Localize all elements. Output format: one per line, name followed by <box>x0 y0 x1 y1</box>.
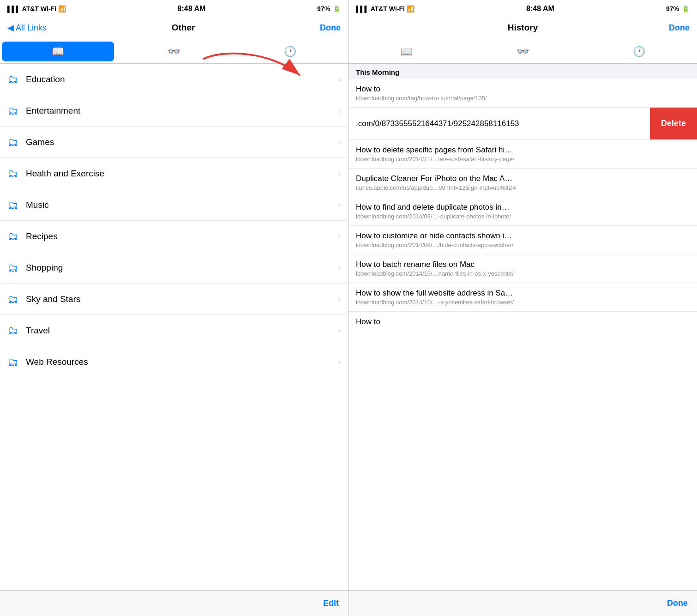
left-tab-history[interactable]: 🕐 <box>234 42 346 61</box>
right-reading-list-icon: 👓 <box>517 46 529 58</box>
history-item[interactable]: How to customize or hide contacts shown … <box>348 226 697 254</box>
left-status-left: ▌▌▌ AT&T Wi-Fi 📶 <box>7 5 66 12</box>
folder-icon: 🗂 <box>7 356 18 368</box>
folder-icon: 🗂 <box>7 293 18 306</box>
right-tab-reading-list[interactable]: 👓 <box>467 42 579 61</box>
right-tab-bar: 📖 👓 🕐 <box>348 40 697 64</box>
right-carrier: AT&T Wi-Fi <box>371 5 405 12</box>
chevron-icon: › <box>338 138 341 146</box>
left-tab-bar: 📖 👓 🕐 <box>0 40 348 64</box>
history-item[interactable]: How to delete specific pages from Safari… <box>348 140 697 169</box>
right-status-right: 97% 🔋 <box>666 5 690 12</box>
right-history-icon: 🕐 <box>633 46 645 58</box>
right-status-bar: ▌▌▌ AT&T Wi-Fi 📶 8:48 AM 97% 🔋 <box>348 0 697 17</box>
list-item[interactable]: 🗂 Health and Exercise › <box>0 158 348 189</box>
chevron-icon: › <box>338 232 341 241</box>
chevron-icon: › <box>338 326 341 335</box>
right-nav-title: History <box>508 23 538 33</box>
left-back-button[interactable]: ◀ All Links <box>7 23 47 33</box>
left-list: 🗂 Education › 🗂 Entertainment › 🗂 Games … <box>0 64 348 590</box>
right-tab-history[interactable]: 🕐 <box>583 42 695 61</box>
right-battery-pct: 97% <box>666 5 679 12</box>
right-nav-bar: History Done <box>348 17 697 40</box>
right-tab-bookmarks[interactable]: 📖 <box>350 42 463 61</box>
folder-icon: 🗂 <box>7 167 18 180</box>
folder-icon: 🗂 <box>7 73 18 86</box>
left-wifi-icon: 📶 <box>58 5 66 12</box>
folder-icon: 🗂 <box>7 230 18 243</box>
folder-icon: 🗂 <box>7 104 18 117</box>
folder-icon: 🗂 <box>7 261 18 274</box>
history-item[interactable]: Duplicate Cleaner For iPhoto on the Mac … <box>348 169 697 197</box>
left-carrier: AT&T Wi-Fi <box>22 5 56 12</box>
list-item[interactable]: 🗂 Travel › <box>0 315 348 346</box>
left-history-icon: 🕐 <box>284 46 296 58</box>
left-status-right: 97% 🔋 <box>317 5 341 12</box>
left-panel: ▌▌▌ AT&T Wi-Fi 📶 8:48 AM 97% 🔋 ◀ All Lin… <box>0 0 348 616</box>
right-signal-icon: ▌▌▌ <box>356 6 369 12</box>
delete-button[interactable]: Delete <box>650 108 697 139</box>
history-item[interactable]: How to find and delete duplicate photos … <box>348 197 697 226</box>
left-signal-icon: ▌▌▌ <box>7 6 20 12</box>
this-morning-header: This Morning <box>348 64 697 79</box>
left-battery-icon: 🔋 <box>333 5 341 12</box>
left-time: 8:48 AM <box>178 5 206 13</box>
right-history-list: How to idownloadblog.com/tag/how-to+tuto… <box>348 79 697 590</box>
right-bookmarks-icon: 📖 <box>400 46 413 58</box>
chevron-icon: › <box>338 295 341 303</box>
chevron-icon: › <box>338 264 341 272</box>
left-tab-bookmarks[interactable]: 📖 <box>2 42 114 61</box>
left-battery-pct: 97% <box>317 5 330 12</box>
right-panel: ▌▌▌ AT&T Wi-Fi 📶 8:48 AM 97% 🔋 History D… <box>348 0 697 616</box>
folder-icon: 🗂 <box>7 136 18 149</box>
chevron-icon: › <box>338 169 341 178</box>
history-item-deleted[interactable]: .com/0/8733555521644371/925242858116153 … <box>348 108 697 140</box>
folder-icon: 🗂 <box>7 199 18 211</box>
list-item[interactable]: 🗂 Web Resources › <box>0 346 348 378</box>
chevron-icon: › <box>338 75 341 84</box>
right-done-button[interactable]: Done <box>669 23 690 33</box>
left-nav-bar: ◀ All Links Other Done <box>0 17 348 40</box>
right-status-left: ▌▌▌ AT&T Wi-Fi 📶 <box>356 5 415 12</box>
history-item[interactable]: How to <box>348 312 697 333</box>
chevron-icon: › <box>338 107 341 115</box>
chevron-icon: › <box>338 358 341 366</box>
left-tab-reading-list[interactable]: 👓 <box>118 42 230 61</box>
list-item[interactable]: 🗂 Entertainment › <box>0 95 348 127</box>
left-reading-list-icon: 👓 <box>168 46 180 58</box>
left-done-button[interactable]: Done <box>320 23 341 33</box>
list-item[interactable]: 🗂 Education › <box>0 64 348 95</box>
chevron-icon: › <box>338 201 341 209</box>
left-status-bar: ▌▌▌ AT&T Wi-Fi 📶 8:48 AM 97% 🔋 <box>0 0 348 17</box>
folder-icon: 🗂 <box>7 324 18 337</box>
left-bookmarks-icon: 📖 <box>52 46 64 58</box>
history-item[interactable]: How to batch rename files on Mac idownlo… <box>348 254 697 283</box>
left-edit-button[interactable]: Edit <box>323 598 339 608</box>
list-item[interactable]: 🗂 Recipes › <box>0 221 348 252</box>
list-item[interactable]: 🗂 Shopping › <box>0 252 348 284</box>
left-bottom-bar: Edit <box>0 590 348 616</box>
list-item[interactable]: 🗂 Sky and Stars › <box>0 284 348 315</box>
list-item[interactable]: 🗂 Games › <box>0 127 348 158</box>
right-battery-icon: 🔋 <box>682 5 690 12</box>
history-item[interactable]: How to show the full website address in … <box>348 283 697 312</box>
right-bottom-bar: Done <box>348 590 697 616</box>
list-item[interactable]: 🗂 Music › <box>0 189 348 221</box>
right-time: 8:48 AM <box>526 5 554 13</box>
history-item[interactable]: How to idownloadblog.com/tag/how-to+tuto… <box>348 79 697 108</box>
left-nav-title: Other <box>172 23 195 33</box>
right-wifi-icon: 📶 <box>407 5 415 12</box>
right-done-bottom-button[interactable]: Done <box>667 598 688 608</box>
